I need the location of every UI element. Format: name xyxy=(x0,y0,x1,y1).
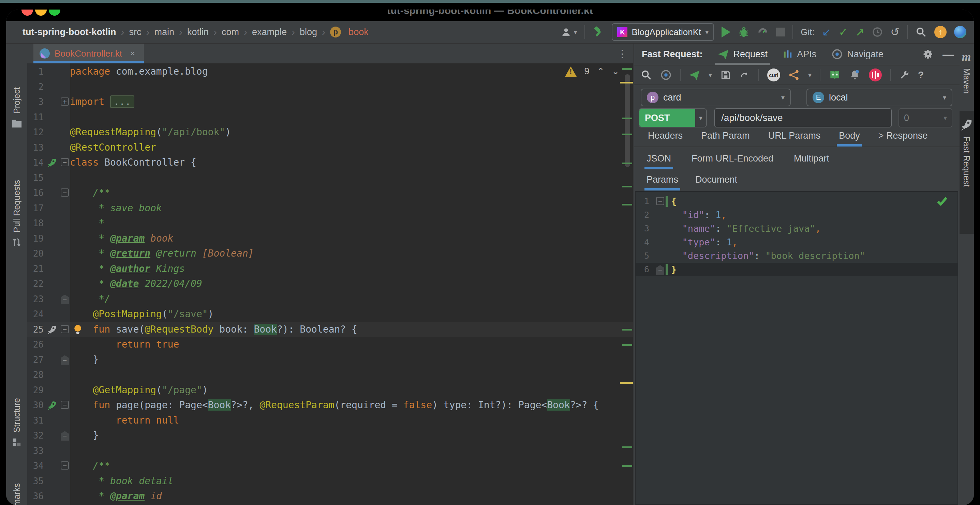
curl-icon[interactable]: curl xyxy=(767,68,780,81)
json-line[interactable]: 3 "name": "Effective java", xyxy=(636,222,958,235)
code-line[interactable]: 11 xyxy=(27,110,633,125)
tool-stripe-pull-requests[interactable]: Pull Requests xyxy=(6,180,27,286)
toolbox-icon[interactable] xyxy=(869,68,882,81)
sub-tab-document[interactable]: Document xyxy=(695,175,737,191)
breadcrumb-item[interactable]: com xyxy=(222,27,239,38)
fold-marker-icon[interactable]: + xyxy=(61,97,69,106)
json-line[interactable]: 5 "description": "book description" xyxy=(636,249,958,263)
url-input[interactable]: /api/book/save xyxy=(714,108,892,127)
panel-tab-request[interactable]: Request xyxy=(718,44,768,65)
rest-endpoint-rocket-icon[interactable] xyxy=(46,157,57,168)
code-line[interactable]: 15 xyxy=(27,170,633,186)
fold-marker-icon[interactable]: − xyxy=(61,461,69,470)
code-line[interactable]: 18 * xyxy=(27,216,633,231)
count-select[interactable]: 0 ▾ xyxy=(899,108,952,127)
next-issue-icon[interactable]: ⌄ xyxy=(612,66,619,77)
rest-endpoint-rocket-icon[interactable] xyxy=(46,324,57,335)
tool-stripe-maven[interactable]: mMaven xyxy=(959,51,974,115)
editor-scrollbar[interactable] xyxy=(625,74,630,167)
panel-tab-navigate[interactable]: Navigate xyxy=(831,44,883,65)
sub-tab-params[interactable]: Params xyxy=(646,175,678,191)
breadcrumb-item[interactable]: src xyxy=(129,27,141,38)
code-line[interactable]: 17 * save book xyxy=(27,201,633,216)
body-tab-json[interactable]: JSON xyxy=(646,153,671,169)
code-editor[interactable]: 1package com.example.blog23+import ...11… xyxy=(27,64,633,505)
breadcrumb-item[interactable]: blog xyxy=(300,27,317,38)
breadcrumb-item[interactable]: tut-spring-boot-kotlin xyxy=(22,27,116,38)
help-icon[interactable]: ? xyxy=(918,70,924,80)
json-line[interactable]: 2 "id": 1, xyxy=(636,208,958,222)
user-icon[interactable]: ▾ xyxy=(561,27,577,38)
code-line[interactable]: 19 * @param book xyxy=(27,231,633,246)
book-icon[interactable] xyxy=(829,69,841,81)
share-icon[interactable] xyxy=(788,69,800,81)
tab-bookcontroller[interactable]: BookController.kt × xyxy=(33,44,144,64)
code-line[interactable]: 2 xyxy=(27,79,633,95)
tool-stripe-project[interactable]: Project xyxy=(6,87,27,165)
project-combo[interactable]: p card ▾ xyxy=(641,89,791,106)
search-everywhere-icon[interactable] xyxy=(915,26,927,38)
save-icon[interactable] xyxy=(720,70,731,80)
code-line[interactable]: 28 xyxy=(27,367,633,383)
code-line[interactable]: 22 * @date 2022/04/09 xyxy=(27,276,633,292)
tool-stripe-bookmarks[interactable]: Bookmarks xyxy=(6,483,27,505)
json-line[interactable]: 6−} xyxy=(636,263,958,276)
close-tab-icon[interactable]: × xyxy=(130,49,135,58)
fold-marker-icon[interactable]: − xyxy=(656,265,664,275)
profiler-icon[interactable] xyxy=(757,26,768,38)
gradient-sphere-icon[interactable] xyxy=(954,26,966,38)
code-line[interactable]: 20 * @return @return [Boolean] xyxy=(27,246,633,261)
target-icon[interactable] xyxy=(660,69,672,81)
code-line[interactable]: 36 * @param id xyxy=(27,489,633,504)
code-line[interactable]: 14−class BookController { xyxy=(27,155,633,170)
gear-icon[interactable] xyxy=(923,49,934,60)
code-line[interactable]: 32− } xyxy=(27,428,633,443)
code-line[interactable]: 21 * @author Kings xyxy=(27,261,633,277)
tool-stripe-structure[interactable]: Structure xyxy=(6,398,27,480)
method-select[interactable]: POST ▾ xyxy=(639,108,707,127)
fold-marker-icon[interactable]: − xyxy=(61,189,69,197)
json-body-editor[interactable]: 1−{2 "id": 1,3 "name": "Effective java",… xyxy=(635,191,958,505)
change-stripe-mark[interactable] xyxy=(620,382,633,384)
dropdown-arrow-icon[interactable]: ▾ xyxy=(808,71,811,79)
breadcrumb-item[interactable]: kotlin xyxy=(187,27,209,38)
send-icon[interactable] xyxy=(689,69,700,81)
code-line[interactable]: 27− } xyxy=(27,353,633,368)
code-line[interactable]: 3+import ... xyxy=(27,94,633,110)
bell-icon[interactable] xyxy=(849,69,861,81)
code-line[interactable]: 12@RequestMapping("/api/book") xyxy=(27,125,633,140)
tab--response[interactable]: > Response xyxy=(878,130,928,146)
change-stripe-mark[interactable] xyxy=(622,446,632,448)
debug-icon[interactable] xyxy=(738,26,749,38)
change-stripe-mark[interactable] xyxy=(622,465,632,467)
code-line[interactable]: 29 @GetMapping("/page") xyxy=(27,383,633,398)
change-stripe-mark[interactable] xyxy=(622,186,632,187)
update-badge-icon[interactable]: ↑ xyxy=(934,26,947,38)
rest-endpoint-rocket-icon[interactable] xyxy=(46,400,57,411)
run-icon[interactable] xyxy=(722,27,730,38)
tab-options-kebab-icon[interactable]: ⋮ xyxy=(617,48,627,60)
code-line[interactable]: 26 return true xyxy=(27,337,633,353)
body-tab-multipart[interactable]: Multipart xyxy=(794,153,829,169)
git-update-icon[interactable]: ↙ xyxy=(822,27,831,38)
fold-marker-icon[interactable]: − xyxy=(61,401,69,409)
change-stripe-mark[interactable] xyxy=(622,344,632,346)
breadcrumb-item[interactable]: example xyxy=(252,27,287,38)
environment-combo[interactable]: E local ▾ xyxy=(807,89,952,106)
change-stripe-mark[interactable] xyxy=(622,118,632,119)
change-stripe-mark[interactable] xyxy=(622,133,632,135)
code-line[interactable]: 34− /** xyxy=(27,458,633,474)
breadcrumb-item[interactable]: book xyxy=(348,27,369,38)
change-stripe-mark[interactable] xyxy=(622,68,632,70)
git-commit-icon[interactable]: ✓ xyxy=(839,27,848,38)
code-line[interactable]: 33 xyxy=(27,443,633,459)
search-icon[interactable] xyxy=(640,69,652,81)
code-line[interactable]: 35 * book detail xyxy=(27,474,633,489)
stop-icon[interactable] xyxy=(776,28,785,37)
body-tab-form-url-encoded[interactable]: Form URL-Encoded xyxy=(692,153,773,169)
rollback-icon[interactable]: ↺ xyxy=(890,27,899,38)
tab-body[interactable]: Body xyxy=(839,130,860,146)
wrench-icon[interactable] xyxy=(899,70,910,80)
panel-tab-apis[interactable]: APIs xyxy=(783,44,816,65)
dropdown-arrow-icon[interactable]: ▾ xyxy=(709,71,712,79)
